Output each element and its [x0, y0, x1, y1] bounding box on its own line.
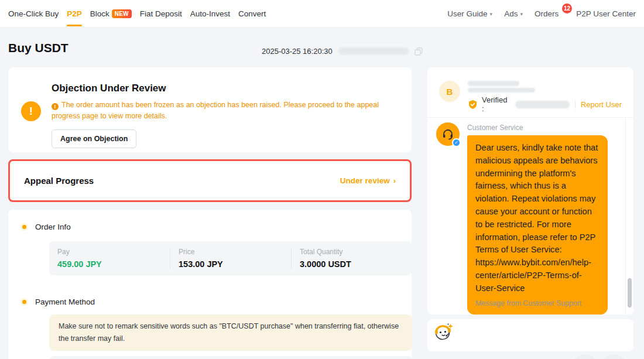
chat-scroll-track-divider — [625, 118, 626, 314]
exclamation-glyph: ! — [29, 105, 33, 118]
nav-item-convert[interactable]: Convert — [238, 0, 266, 28]
bank-transfer-item[interactable]: Bank Transfer — [49, 356, 412, 359]
active-tab-underline — [67, 25, 82, 26]
section-bullet-icon — [22, 300, 26, 304]
price-label: Price — [179, 248, 291, 256]
nav-item-one-click-buy[interactable]: One-Click Buy — [8, 0, 59, 28]
pay-field: Pay 459.00 JPY — [49, 248, 170, 269]
nav-label: Auto-Invest — [190, 9, 230, 18]
objection-card: ! Objection Under Review !The order amou… — [8, 67, 412, 152]
seller-info: B Verified : Report User — [427, 67, 633, 117]
chat-message-panel: ✓ Customer Service Dear users, kindly ta… — [427, 117, 633, 314]
redacted-verified-id — [515, 101, 570, 108]
redacted-seller-name — [468, 88, 535, 93]
customer-service-bubble: Dear users, kindly take note that malici… — [467, 135, 608, 314]
nav-label: Block — [90, 9, 109, 18]
bubble-text: Dear users, kindly take note that malici… — [475, 142, 600, 295]
verified-label: Verified : — [482, 95, 511, 113]
payment-method-section-header: Payment Method — [22, 298, 398, 306]
redacted-seller-name — [468, 81, 519, 86]
nav-item-auto-invest[interactable]: Auto-Invest — [190, 0, 230, 28]
pay-label: Pay — [57, 248, 170, 256]
nav-label: P2P — [67, 9, 82, 18]
nav-label: One-Click Buy — [8, 9, 59, 18]
appeal-status-link[interactable]: Under review › — [340, 176, 396, 185]
total-quantity-value: 3.0000 USDT — [300, 259, 412, 269]
nav-label: Fiat Deposit — [140, 9, 182, 18]
orders-label: Orders — [535, 9, 559, 18]
nav-left: One-Click Buy P2P Block NEW Fiat Deposit… — [8, 0, 266, 28]
objection-warning: !The order amount has been frozen as an … — [52, 100, 396, 122]
customer-service-message: Customer Service Dear users, kindly take… — [467, 122, 608, 314]
customer-service-message-row: ✓ Customer Service Dear users, kindly ta… — [427, 118, 633, 314]
appeal-progress-title: Appeal Progress — [24, 176, 94, 186]
bubble-footer: Message from Customer Support — [475, 299, 600, 307]
chat-scrollbar-thumb[interactable] — [628, 278, 632, 307]
pay-value: 459.00 JPY — [57, 259, 170, 269]
nav-item-fiat-deposit[interactable]: Fiat Deposit — [140, 0, 182, 28]
chat-input-toolbar — [427, 319, 633, 351]
floating-button[interactable] — [571, 354, 598, 359]
orders-count-badge: 12 — [562, 4, 572, 13]
nav-item-orders[interactable]: Orders 12 — [535, 0, 564, 28]
total-quantity-label: Total Quantity — [300, 248, 412, 256]
ads-label: Ads — [504, 9, 518, 18]
ads-dropdown[interactable]: Ads ▾ — [504, 0, 523, 28]
order-timestamp: 2025-03-25 16:20:30 — [262, 47, 333, 56]
nav-label: Convert — [238, 9, 266, 18]
verified-row: Verified : Report User — [468, 95, 622, 113]
copy-icon[interactable] — [415, 47, 423, 56]
exclamation-dot-icon: ! — [52, 103, 59, 110]
payment-notice: Make sure not to remark sensitive words … — [49, 314, 412, 351]
warning-icon: ! — [21, 101, 41, 121]
divider — [575, 101, 576, 108]
order-info-label: Order Info — [35, 223, 71, 231]
appeal-status-text: Under review — [340, 176, 390, 185]
report-user-link[interactable]: Report User — [581, 100, 622, 109]
redacted-order-number — [338, 47, 409, 55]
user-guide-dropdown[interactable]: User Guide ▾ — [447, 0, 492, 28]
top-nav: One-Click Buy P2P Block NEW Fiat Deposit… — [0, 0, 644, 28]
check-glyph: ✓ — [454, 140, 458, 145]
nav-item-p2p-user-center[interactable]: P2P User Center — [576, 0, 636, 28]
chevron-right-icon: › — [393, 176, 396, 185]
chat-card: B Verified : Report User — [427, 67, 633, 314]
price-value: 153.00 JPY — [179, 259, 291, 269]
chevron-down-icon: ▾ — [520, 11, 523, 17]
verified-check-icon: ✓ — [452, 138, 461, 147]
user-guide-label: User Guide — [447, 9, 487, 18]
seller-avatar[interactable]: B — [439, 81, 460, 102]
payment-method-label: Payment Method — [35, 298, 95, 306]
user-center-label: P2P User Center — [576, 9, 636, 18]
verified-shield-icon — [468, 100, 478, 110]
p2p-order-page: One-Click Buy P2P Block NEW Fiat Deposit… — [0, 0, 644, 359]
order-meta: 2025-03-25 16:20:30 — [262, 47, 423, 56]
order-info-section-header: Order Info — [22, 223, 398, 231]
new-badge: NEW — [112, 9, 132, 19]
agree-on-objection-button[interactable]: Agree on Objection — [52, 129, 136, 148]
chevron-down-icon: ▾ — [490, 11, 493, 17]
objection-warning-text: The order amount has been frozen as an o… — [52, 101, 379, 120]
total-quantity-field: Total Quantity 3.0000 USDT — [291, 248, 412, 269]
order-info-box: Pay 459.00 JPY Price 153.00 JPY Total Qu… — [49, 241, 412, 275]
floating-button[interactable] — [601, 354, 628, 359]
support-bot-emoji-icon[interactable] — [433, 322, 453, 342]
price-field: Price 153.00 JPY — [170, 248, 291, 269]
customer-service-name: Customer Service — [467, 122, 608, 132]
appeal-progress-card[interactable]: Appeal Progress Under review › — [8, 159, 412, 202]
page-title: Buy USDT — [8, 41, 68, 55]
nav-item-p2p[interactable]: P2P — [67, 0, 82, 28]
nav-item-block[interactable]: Block NEW — [90, 0, 132, 28]
section-bullet-icon — [22, 225, 26, 229]
nav-right: User Guide ▾ Ads ▾ Orders 12 P2P User Ce… — [447, 0, 636, 28]
customer-service-avatar: ✓ — [436, 122, 460, 146]
objection-title: Objection Under Review — [52, 83, 396, 94]
objection-content: Objection Under Review !The order amount… — [52, 83, 396, 148]
seller-details: Verified : Report User — [468, 81, 622, 117]
order-detail-card: Order Info Pay 459.00 JPY Price 153.00 J… — [8, 210, 412, 359]
